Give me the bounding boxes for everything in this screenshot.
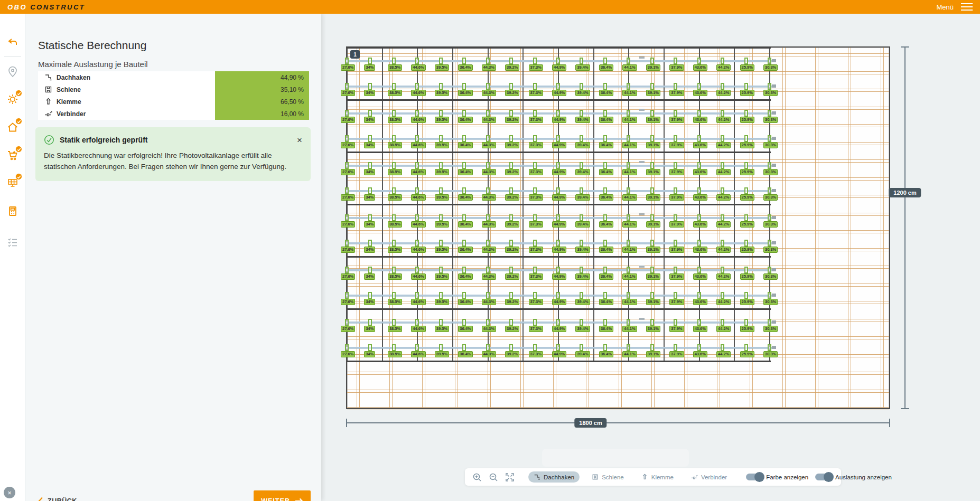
next-button[interactable]: WEITER xyxy=(254,490,311,501)
roof-hook xyxy=(368,344,372,351)
utilization-badge: 39.2% xyxy=(505,247,519,253)
table-row: Schiene 35,10 % xyxy=(38,83,309,96)
roof-hook xyxy=(674,344,677,351)
utilization-badge: 37.3% xyxy=(529,247,543,253)
utilization-badge: 44.6% xyxy=(411,273,425,280)
roof-hook xyxy=(697,162,701,169)
roof-hook xyxy=(345,110,349,117)
toolbar-button-klemme[interactable]: Klemme xyxy=(636,471,679,483)
calculator-icon[interactable] xyxy=(6,205,19,218)
toggle-knob[interactable] xyxy=(824,472,834,482)
roof-hook xyxy=(345,162,349,169)
roof-hook xyxy=(415,83,419,90)
roof-hook xyxy=(392,83,396,90)
batten-line xyxy=(347,301,889,301)
utilization-value: 35,10 % xyxy=(215,83,309,96)
roof-hook xyxy=(556,344,560,351)
utilization-badge: 44.6% xyxy=(411,351,425,357)
toggle-farbe-anzeigen[interactable]: Farbe anzeigen xyxy=(746,474,808,480)
toolbar-button-schiene[interactable]: Schiene xyxy=(586,471,629,483)
utilization-badge: 34% xyxy=(364,117,375,123)
roof-hook xyxy=(462,214,466,221)
roof-hook xyxy=(368,319,372,326)
utilization-badge: 44.2% xyxy=(716,90,731,96)
roof-hook xyxy=(439,187,443,194)
roof-hook xyxy=(556,240,560,247)
module-settings-icon[interactable] xyxy=(6,93,19,106)
checklist-icon[interactable] xyxy=(6,235,19,248)
utilization-badge: 39.4% xyxy=(575,64,590,71)
utilization-badge: 44.9% xyxy=(552,90,566,96)
roof-hook xyxy=(603,344,607,351)
step-complete-badge xyxy=(15,118,22,125)
toggle-auslastung-anzeigen[interactable]: Auslastung anzeigen xyxy=(815,474,892,480)
rafter-line xyxy=(684,48,685,408)
utilization-badge: 38.5% xyxy=(388,247,402,253)
roof-hook xyxy=(368,240,372,247)
zoom-out-icon[interactable] xyxy=(489,472,498,482)
utilization-badge: 44.3% xyxy=(482,64,496,71)
roof-hook xyxy=(650,344,654,351)
roof-hook xyxy=(392,240,396,247)
roof-hook xyxy=(721,162,724,169)
utilization-badge: 37.9% xyxy=(669,351,684,357)
utilization-table: Dachhaken 44,90 % Schiene 35,10 % Klemme… xyxy=(38,71,309,120)
toolbar-button-verbinder[interactable]: Verbinder xyxy=(686,471,732,483)
back-button[interactable]: ZURÜCK xyxy=(38,497,77,501)
solar-panel-icon[interactable] xyxy=(6,176,19,189)
step-sidebar xyxy=(0,14,25,501)
utilization-badge: 37.3% xyxy=(529,221,543,228)
batten-line xyxy=(347,195,889,195)
zoom-in-icon[interactable] xyxy=(472,472,482,482)
utilization-badge: 37.3% xyxy=(529,64,543,71)
roof-hook xyxy=(439,110,443,117)
roof-hook xyxy=(368,162,372,169)
roof-hook xyxy=(674,214,677,221)
batten-line xyxy=(347,145,889,145)
roof-hook xyxy=(627,187,630,194)
utilization-badge: 44.2% xyxy=(716,194,731,201)
toolbar-button-dachhaken[interactable]: Dachhaken xyxy=(528,471,580,483)
roof-hook xyxy=(509,110,513,117)
toggle-track[interactable] xyxy=(746,474,763,480)
utilization-badge: 37.3% xyxy=(529,90,543,96)
batten-line xyxy=(347,266,889,266)
utilization-badge: 39.4% xyxy=(575,299,590,305)
menu-label[interactable]: Menü xyxy=(936,3,954,11)
shopping-cart-icon[interactable] xyxy=(6,149,19,162)
roof-hook xyxy=(439,58,443,64)
fit-view-icon[interactable] xyxy=(505,472,515,482)
location-pin-icon[interactable] xyxy=(6,65,19,78)
utilization-badge: 44.3% xyxy=(482,326,496,332)
batten-line xyxy=(347,142,889,143)
roof-hook xyxy=(721,344,724,351)
roof-hook xyxy=(486,187,490,194)
utilization-badge: 36.4% xyxy=(599,351,613,357)
roof-hook xyxy=(580,240,583,247)
roof-hook xyxy=(368,135,372,142)
roof-hook xyxy=(650,83,654,90)
roof-hook xyxy=(509,58,513,64)
hamburger-menu-icon[interactable] xyxy=(961,3,973,11)
roof-hook xyxy=(533,344,537,351)
app-header: OBOCONSTRUCT Menü xyxy=(0,0,980,14)
utilization-badge: 36.4% xyxy=(599,169,613,175)
utilization-badge: 39.1% xyxy=(646,247,660,253)
utilization-badge: 25.9% xyxy=(740,273,754,280)
house-icon[interactable] xyxy=(6,121,19,134)
roof-hook xyxy=(603,162,607,169)
roof-hook xyxy=(509,187,513,194)
roof-hook xyxy=(650,292,654,299)
roof-hook xyxy=(345,83,349,90)
roof-plan[interactable]: 1 27.6%34%38.5%44.6%39.5%36.4%44.3%39.2%… xyxy=(346,46,890,409)
app-logo: OBOCONSTRUCT xyxy=(7,3,85,11)
roof-hook xyxy=(721,319,724,326)
back-arrow-icon[interactable] xyxy=(6,36,19,49)
utilization-badge: 36.4% xyxy=(458,326,472,332)
roof-hook xyxy=(509,267,513,273)
close-assistant-button[interactable]: × xyxy=(4,487,15,498)
roof-hook xyxy=(744,240,748,247)
alert-close-icon[interactable]: × xyxy=(297,136,302,145)
toggle-knob[interactable] xyxy=(754,472,764,482)
toggle-track[interactable] xyxy=(815,474,832,480)
